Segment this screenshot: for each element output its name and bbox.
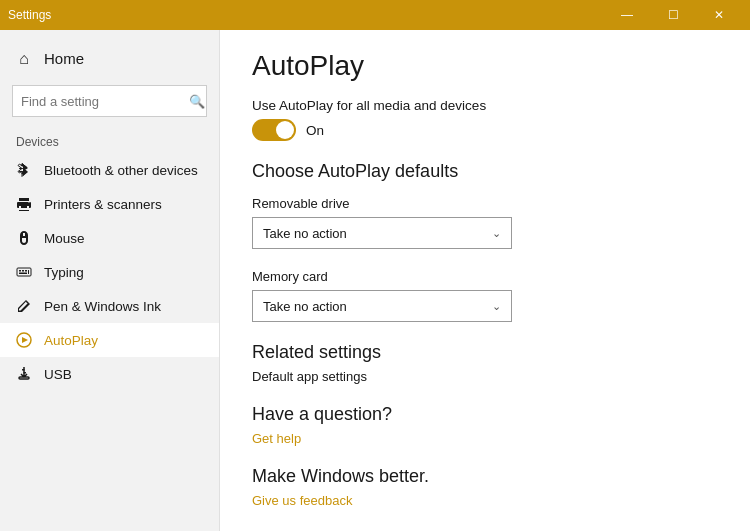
pen-label: Pen & Windows Ink <box>44 299 161 314</box>
svg-rect-3 <box>19 270 21 272</box>
removable-drive-value: Take no action <box>263 226 347 241</box>
removable-drive-field: Removable drive Take no action ⌄ <box>252 196 718 249</box>
autoplay-icon <box>16 332 32 348</box>
removable-drive-label: Removable drive <box>252 196 718 211</box>
window-controls: — ☐ ✕ <box>604 0 742 30</box>
mouse-label: Mouse <box>44 231 85 246</box>
related-settings-heading: Related settings <box>252 342 718 363</box>
search-icon: 🔍 <box>189 94 205 109</box>
svg-rect-4 <box>22 270 24 272</box>
usb-label: USB <box>44 367 72 382</box>
main-content: AutoPlay Use AutoPlay for all media and … <box>220 30 750 531</box>
bluetooth-icon <box>16 162 32 178</box>
mouse-icon <box>16 230 32 246</box>
pen-icon <box>16 298 32 314</box>
have-question-heading: Have a question? <box>252 404 718 425</box>
sidebar-item-bluetooth[interactable]: Bluetooth & other devices <box>0 153 219 187</box>
memory-card-field: Memory card Take no action ⌄ <box>252 269 718 322</box>
printer-icon <box>16 196 32 212</box>
autoplay-toggle-row: Use AutoPlay for all media and devices <box>252 98 718 113</box>
memory-card-dropdown[interactable]: Take no action ⌄ <box>252 290 512 322</box>
bluetooth-label: Bluetooth & other devices <box>44 163 198 178</box>
home-label: Home <box>44 50 84 67</box>
sidebar: Home 🔍 Devices Bluetooth & other devices <box>0 30 220 531</box>
page-title: AutoPlay <box>252 50 718 82</box>
search-input[interactable] <box>21 94 189 109</box>
app-title: Settings <box>8 8 51 22</box>
maximize-button[interactable]: ☐ <box>650 0 696 30</box>
title-bar: Settings — ☐ ✕ <box>0 0 750 30</box>
svg-rect-10 <box>24 372 27 374</box>
get-help-link[interactable]: Get help <box>252 431 718 446</box>
autoplay-defaults-heading: Choose AutoPlay defaults <box>252 161 718 182</box>
usb-icon <box>16 366 32 382</box>
autoplay-label: AutoPlay <box>44 333 98 348</box>
sidebar-item-autoplay[interactable]: AutoPlay <box>0 323 219 357</box>
devices-section-label: Devices <box>0 125 219 153</box>
app-body: Home 🔍 Devices Bluetooth & other devices <box>0 30 750 531</box>
svg-rect-5 <box>25 270 27 272</box>
memory-card-label: Memory card <box>252 269 718 284</box>
sidebar-item-mouse[interactable]: Mouse <box>0 221 219 255</box>
printers-label: Printers & scanners <box>44 197 162 212</box>
sidebar-item-printers[interactable]: Printers & scanners <box>0 187 219 221</box>
give-feedback-link[interactable]: Give us feedback <box>252 493 718 508</box>
svg-rect-7 <box>28 270 29 274</box>
make-windows-better-heading: Make Windows better. <box>252 466 718 487</box>
memory-card-chevron: ⌄ <box>492 300 501 313</box>
sidebar-home[interactable]: Home <box>0 40 219 77</box>
typing-icon <box>16 264 32 280</box>
toggle-on-label: On <box>306 123 324 138</box>
toggle-description: Use AutoPlay for all media and devices <box>252 98 486 113</box>
toggle-switch-row: On <box>252 119 718 141</box>
minimize-button[interactable]: — <box>604 0 650 30</box>
sidebar-item-pen[interactable]: Pen & Windows Ink <box>0 289 219 323</box>
search-box[interactable]: 🔍 <box>12 85 207 117</box>
sidebar-item-usb[interactable]: USB <box>0 357 219 391</box>
svg-rect-9 <box>22 369 25 371</box>
removable-drive-chevron: ⌄ <box>492 227 501 240</box>
default-app-settings-link[interactable]: Default app settings <box>252 369 718 384</box>
memory-card-value: Take no action <box>263 299 347 314</box>
close-button[interactable]: ✕ <box>696 0 742 30</box>
removable-drive-dropdown[interactable]: Take no action ⌄ <box>252 217 512 249</box>
sidebar-item-typing[interactable]: Typing <box>0 255 219 289</box>
typing-label: Typing <box>44 265 84 280</box>
autoplay-toggle[interactable] <box>252 119 296 141</box>
svg-rect-6 <box>19 273 27 275</box>
home-icon <box>16 51 32 67</box>
